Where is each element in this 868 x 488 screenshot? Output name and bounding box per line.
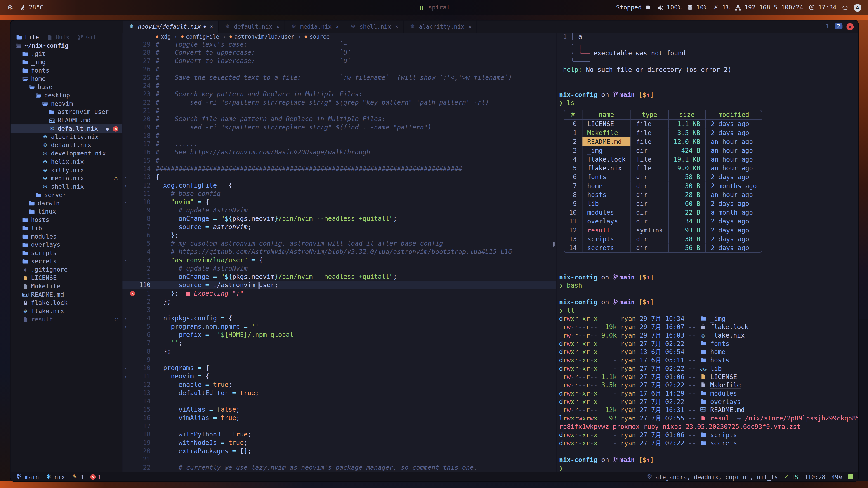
tree-item-desktop[interactable]: desktop [11,91,122,100]
sidebar-source-git[interactable]: Git [77,34,97,40]
buffer-tab-default.nix[interactable]: ❄default.nix× [219,21,285,33]
tree-item-modules[interactable]: modules [11,232,122,241]
tab-close-icon[interactable]: × [210,23,213,30]
tree-item-LICENSE[interactable]: LICENSE [11,274,122,282]
terminal-pane[interactable]: 1 │ a · ┬ · ╰── executable was not found… [556,33,858,472]
tree-root[interactable]: ~/nix-config [11,41,122,50]
diagnostic-errors[interactable]: × 1 [90,473,101,480]
editor-pane[interactable]: ◆xdg›◆configFile›◆astronvim/lua/user›◆so… [122,33,556,472]
code-line[interactable]: 22# sed -ri "s/pattern_str/replace_str/g… [122,98,556,107]
tree-item-fonts[interactable]: fonts [11,66,122,75]
tabpage-1[interactable]: 1 [824,23,831,29]
code-line[interactable]: 17# ...... [122,140,556,149]
breadcrumb-item-1[interactable]: ◆configFile [181,33,219,39]
temperature-module[interactable]: 28°C [19,4,43,11]
code-line[interactable]: 8 onChange = "${pkgs.neovim}/bin/nvim --… [122,215,556,223]
tree-item-result[interactable]: result○ [11,315,122,324]
tree-item-overlays[interactable]: overlays [11,240,122,249]
sidebar-source-file[interactable]: File [16,34,39,40]
code-line[interactable]: ▾11 neovim = { [122,372,556,381]
tree-item-kitty.nix[interactable]: ❄kitty.nix [11,166,122,174]
sidebar-source-bufs[interactable]: Bufs [46,34,69,40]
tree-item-neovim[interactable]: neovim [11,100,122,108]
buffer-tab-shell.nix[interactable]: ❄shell.nix× [344,21,404,33]
breadcrumb-item-0[interactable]: ◆xdg [156,33,170,39]
tab-close-icon[interactable]: × [336,23,339,30]
tree-item-astronvim_user[interactable]: astronvim_user [11,108,122,116]
code-line[interactable]: 28# Convert to uppercase: `U` [122,49,556,57]
fold-chevron-icon[interactable]: ▾ [122,372,129,381]
breadcrumb-item-2[interactable]: ◆astronvim/lua/user [229,33,294,39]
code-line[interactable]: ▾12 xdg.configFile = { [122,182,556,190]
fold-chevron-icon[interactable]: ▾ [122,364,129,372]
tree-item-Makefile[interactable]: Makefile [11,282,122,291]
tree-item-hosts[interactable]: hosts [11,216,122,224]
tree-item-home[interactable]: home [11,75,122,83]
tree-item-default.nix[interactable]: ❄default.nix●× [11,125,122,133]
code-line[interactable]: 17 [122,422,556,431]
tree-item-lib[interactable]: lib [11,224,122,232]
code-line[interactable]: 19# sed -ri "s/pattern_str/replace_str/g… [122,123,556,132]
git-branch[interactable]: main [16,473,39,480]
tree-item-.gitignore[interactable]: ◆.gitignore [11,266,122,274]
tree-item-.git[interactable]: .git [11,50,122,58]
code-line[interactable]: 20 extraPackages = []; [122,447,556,455]
code-line[interactable]: ▾13{ [122,173,556,182]
code-line[interactable]: 110 source = ./astronvim_user; [122,281,556,289]
tray-app-a[interactable]: A [854,4,861,11]
media-module[interactable]: spiral [418,4,450,11]
fold-chevron-icon[interactable]: ▾ [122,173,129,182]
tree-item-README.md[interactable]: README.md [11,116,122,125]
fold-chevron-icon[interactable]: ▾ [122,198,129,206]
code-line[interactable]: 21 [122,455,556,464]
code-line[interactable]: 16# See https://astronvim.com/Basic%20Us… [122,148,556,157]
tree-item-server[interactable]: server [11,191,122,199]
tree-item-flake.nix[interactable]: ❄flake.nix [11,307,122,315]
fold-chevron-icon[interactable]: ▾ [122,182,129,190]
code-line[interactable]: 20# Search file name pattern and Replace… [122,115,556,123]
code-line[interactable]: 8 }; [122,348,556,356]
code-line[interactable]: 13 defaultEditor = true; [122,389,556,397]
code-line[interactable]: ▾5 programs.npm.npmrc = '' [122,323,556,331]
code-line[interactable]: 7 source = astronvim; [122,223,556,231]
tree-item-linux[interactable]: linux [11,207,122,216]
code-line[interactable]: 18# [122,132,556,140]
tree-item-default.nix[interactable]: ❄default.nix [11,141,122,149]
scrollbar-marker[interactable] [553,242,555,247]
code-line[interactable]: 14 [122,397,556,405]
code-line[interactable]: 16 vimAlias = true; [122,414,556,422]
code-line[interactable]: ▾3 "astronvim/lua/user" = { [122,256,556,265]
close-window-button[interactable]: × [846,23,854,30]
tab-close-icon[interactable]: × [276,23,280,30]
tab-close-icon[interactable]: × [468,23,472,30]
code-line[interactable]: 9 [122,356,556,364]
code-line[interactable]: 15 viAlias = false; [122,405,556,414]
code-line[interactable]: 12 enable = true; [122,381,556,389]
code-line[interactable]: 2 # update AstroNvim [122,265,556,273]
code-line[interactable]: 21# [122,107,556,115]
tree-item-alacritty.nix[interactable]: ❄alacritty.nix [11,133,122,141]
code-line[interactable]: 19 withNodeJs = true; [122,439,556,447]
tree-item-flake.lock[interactable]: flake.lock [11,299,122,307]
code-line[interactable]: 6 prefix = ''${HOME}/.npm-global [122,331,556,339]
code-line[interactable]: 2 }; [122,298,556,306]
network-module[interactable]: 192.168.5.100/24 [735,4,803,11]
tab-close-icon[interactable]: × [395,23,398,30]
fold-chevron-icon[interactable]: ▾ [122,323,129,331]
code-line[interactable]: 11 # base config [122,190,556,198]
code-line[interactable]: 5 # my cusotom astronvim config, astronv… [122,239,556,248]
tree-item-development.nix[interactable]: ❄development.nix [11,149,122,158]
code-line[interactable]: 1 onChange = "${pkgs.neovim}/bin/nvim --… [122,273,556,281]
tree-item-darwin[interactable]: darwin [11,199,122,207]
power-module[interactable] [841,4,848,11]
tabpage-2[interactable]: 2 [835,23,842,29]
tree-item-README.md[interactable]: README.md [11,291,122,299]
fold-chevron-icon[interactable]: ▾ [122,256,129,265]
tree-item-helix.nix[interactable]: ❄helix.nix [11,158,122,166]
tree-item-scripts[interactable]: scripts [11,249,122,257]
code-line[interactable]: 26# [122,65,556,74]
tree-item-media.nix[interactable]: ❄media.nix⚠ [11,174,122,183]
tree-item-_img[interactable]: _img [11,58,122,66]
brightness-module[interactable]: ☀ 1% [712,4,730,11]
tree-item-base[interactable]: base [11,83,122,91]
